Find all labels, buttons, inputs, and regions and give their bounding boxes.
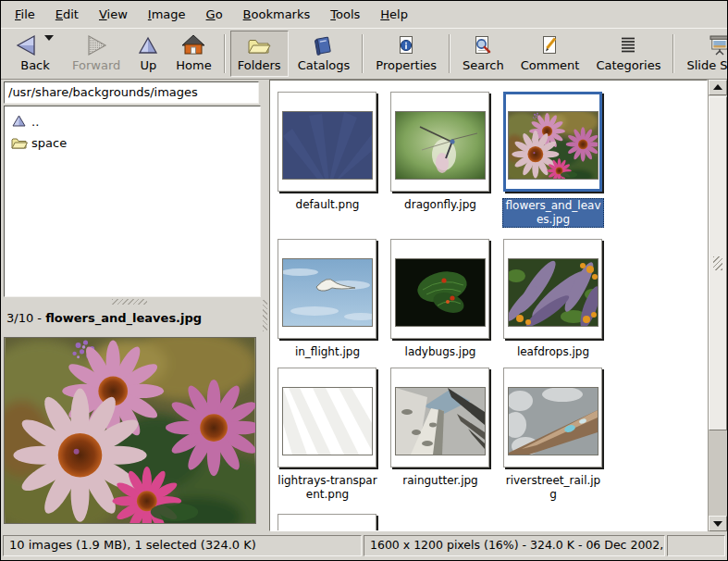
slide-show-button[interactable]: Slide Show [679, 31, 728, 77]
forward-label: Forward [72, 58, 120, 72]
scroll-down-button[interactable] [709, 516, 727, 531]
scroll-up-button[interactable] [709, 80, 727, 95]
thumbnail-frame[interactable] [503, 92, 602, 192]
menu-image[interactable]: Image [138, 4, 196, 25]
folders-icon [247, 34, 271, 57]
thumbnail-frame[interactable] [390, 368, 489, 468]
scrollbar-grip [713, 256, 722, 270]
folder-item-parent[interactable]: .. [5, 111, 260, 132]
slide-show-label: Slide Show [686, 58, 728, 72]
current-filename: flowers_and_leaves.jpg [45, 311, 202, 325]
catalogs-icon [312, 34, 336, 57]
thumbnail-image [395, 387, 486, 455]
side-pane: ..space 3/10 - flowers_and_leaves.jpg [1, 80, 262, 531]
scrollbar-track[interactable] [709, 95, 727, 516]
statusbar-spacer [667, 535, 725, 556]
folders-toggle-button[interactable]: Folders [230, 31, 289, 77]
thumbnail-item-dragonfly.jpg[interactable]: dragonfly.jpg [389, 92, 491, 228]
thumbnail-frame[interactable] [278, 92, 376, 192]
menu-help[interactable]: Help [370, 4, 418, 25]
toolbar: Back Forward Up Home Folders [1, 28, 727, 80]
folder-list: ..space [4, 106, 261, 297]
search-button[interactable]: Search [455, 31, 512, 77]
thumbnail-image [282, 258, 373, 327]
thumbnail-filename: in_flight.jpg [277, 345, 378, 359]
thumbnail-image [282, 387, 373, 455]
folder-item-space[interactable]: space [5, 132, 260, 154]
thumbnail-grid-row: default.pngdragonfly.jpgflowers_and_leav… [270, 92, 604, 228]
thumbnail-filename: ladybugs.jpg [389, 345, 491, 359]
back-label: Back [20, 58, 50, 72]
thumbnail-grid-row [270, 514, 378, 531]
thumbnail-frame[interactable] [503, 368, 602, 468]
back-button[interactable]: Back [7, 31, 63, 77]
toolbar-separator [672, 34, 674, 73]
thumbnail-item-default.png[interactable]: default.png [277, 92, 378, 228]
thumbnail-grid-row: lightrays-transparent.pngraingutter.jpgr… [270, 368, 604, 502]
thumbnail-item-in_flight.jpg[interactable]: in_flight.jpg [277, 239, 378, 359]
scroll-down-icon [713, 521, 722, 527]
up-icon [137, 34, 159, 57]
thumbnail-item[interactable] [277, 514, 378, 531]
thumbnail-item-raingutter.jpg[interactable]: raingutter.jpg [389, 368, 491, 502]
thumbnail-filename: default.png [277, 198, 378, 212]
thumbnail-filename: raingutter.jpg [389, 474, 491, 488]
thumbnail-image [508, 111, 598, 180]
menu-tools[interactable]: Tools [320, 4, 370, 25]
splitter-grip[interactable] [112, 299, 147, 305]
properties-icon [395, 34, 417, 57]
catalogs-button[interactable]: Catalogs [290, 31, 358, 77]
back-icon [15, 33, 39, 57]
properties-button[interactable]: Properties [368, 31, 444, 77]
thumbnail-frame[interactable] [503, 239, 602, 339]
thumbnail-filename: leafdrops.jpg [502, 345, 604, 359]
comment-button[interactable]: Comment [513, 31, 587, 77]
menu-file[interactable]: File [5, 4, 45, 25]
back-history-dropdown-icon[interactable] [44, 35, 54, 41]
image-position: 3/10 [6, 311, 33, 325]
thumbnail-frame[interactable] [278, 514, 376, 531]
menubar: FileEditViewImageGoBookmarksToolsHelp [1, 1, 727, 28]
thumbnail-image [395, 111, 486, 180]
comment-label: Comment [521, 58, 580, 72]
thumbnail-item-lightrays-transparent.png[interactable]: lightrays-transparent.png [277, 368, 378, 502]
thumbnail-filename: lightrays-transparent.png [277, 474, 378, 502]
menu-go[interactable]: Go [196, 4, 233, 25]
home-button[interactable]: Home [168, 31, 218, 77]
thumbnail-item-riverstreet_rail.jpg[interactable]: riverstreet_rail.jpg [502, 368, 604, 502]
categories-button[interactable]: Categories [588, 31, 668, 77]
thumbnail-item-leafdrops.jpg[interactable]: leafdrops.jpg [502, 239, 604, 359]
thumbnail-browser: default.pngdragonfly.jpgflowers_and_leav… [269, 80, 708, 531]
up-label: Up [140, 58, 156, 72]
splitter-grip[interactable] [263, 300, 267, 331]
properties-label: Properties [376, 58, 437, 72]
thumbnail-frame[interactable] [278, 368, 376, 468]
thumbnail-grid-row: in_flight.jpgladybugs.jpgleafdrops.jpg [270, 239, 604, 359]
folder-item-label: space [31, 136, 67, 150]
menu-bookmarks[interactable]: Bookmarks [233, 4, 321, 25]
thumbnail-image [508, 258, 598, 327]
vertical-scrollbar[interactable] [708, 80, 727, 531]
up-button[interactable]: Up [130, 31, 167, 77]
home-label: Home [176, 58, 211, 72]
thumbnail-item-ladybugs.jpg[interactable]: ladybugs.jpg [389, 239, 491, 359]
thumbnail-frame[interactable] [390, 92, 489, 192]
location-entry[interactable] [4, 81, 259, 104]
menu-view[interactable]: View [89, 4, 138, 25]
horizontal-splitter[interactable] [1, 297, 262, 307]
thumbnail-frame[interactable] [390, 239, 489, 339]
search-icon [472, 34, 494, 57]
thumbnail-frame[interactable] [278, 239, 376, 339]
categories-label: Categories [596, 58, 660, 72]
vertical-splitter[interactable] [262, 80, 269, 531]
gthumb-window: FileEditViewImageGoBookmarksToolsHelp Ba… [0, 0, 728, 561]
content-area: ..space 3/10 - flowers_and_leaves.jpg de… [1, 80, 727, 531]
scrollbar-thumb[interactable] [709, 96, 727, 430]
toolbar-separator [362, 34, 364, 73]
menu-edit[interactable]: Edit [45, 4, 89, 25]
thumbnail-item-flowers_and_leaves.jpg[interactable]: flowers_and_leaves.jpg [502, 92, 604, 228]
up-directory-icon [11, 114, 31, 129]
toolbar-separator [224, 34, 226, 73]
thumbnail-filename: dragonfly.jpg [389, 198, 491, 212]
home-icon [181, 34, 205, 57]
